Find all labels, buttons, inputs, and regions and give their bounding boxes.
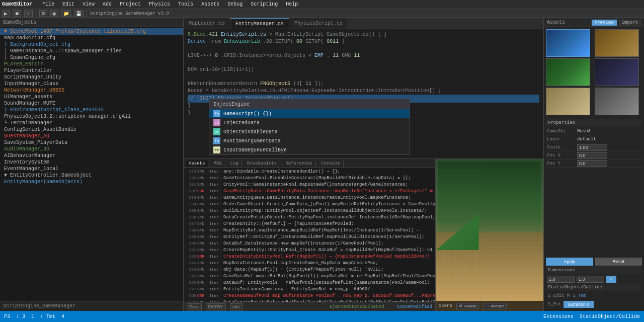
menu-tools[interactable]: Tools	[176, 1, 195, 8]
prop-row: Pos Y	[546, 159, 642, 168]
log-entry-btn[interactable]: ENTRY	[206, 303, 226, 310]
log-num-row: 379SYNIter	[184, 168, 221, 175]
tree-item[interactable]: ├ EnvironmentScript_class_env4545	[0, 107, 183, 113]
log-tab-msg[interactable]: MSG	[210, 160, 225, 167]
tree-item[interactable]: PhysicsObject3.2::scriptenv_manager.cfgA…	[0, 113, 183, 120]
tree-item[interactable]: InputManager_class	[0, 80, 183, 87]
texture-thumb-forest[interactable]	[546, 58, 590, 86]
tree-item[interactable]: SaveSystem_PlayerData	[0, 139, 183, 146]
right-panel-header: Assets Preview Import	[544, 18, 644, 27]
texture-thumb-water[interactable]	[546, 29, 590, 57]
code-line	[188, 73, 539, 80]
menu-assets[interactable]: Assets	[199, 1, 221, 8]
dim-h-input[interactable]	[577, 276, 604, 283]
tree-item[interactable]: MapLoadScript.cfg	[0, 35, 183, 41]
log-line: CreateMapEntity::EntityPool_Create.DataB…	[221, 247, 435, 253]
autocomplete-item[interactable]: pr ObjectBindableData	[209, 127, 410, 136]
log-line: DataCreateEntityObject::EntityMapPool.in…	[221, 214, 435, 220]
apply-btn[interactable]: Apply	[546, 258, 593, 266]
log-line: GameInstancePool.BindableConstruct(MapBu…	[221, 175, 435, 181]
code-line: DOM sn1-30r(LIR(1tr1))	[188, 66, 539, 73]
footer-text: ScriptEngine_GameManager	[3, 303, 75, 309]
menu-help[interactable]: Help	[284, 1, 300, 8]
tree-item[interactable]: PlayerController	[0, 67, 183, 74]
tree-item[interactable]: └ TerrainManager	[0, 120, 183, 126]
left-panel-header: GameObjects	[0, 18, 183, 27]
menu-project[interactable]: Project	[118, 1, 143, 8]
log-tab-console[interactable]: Console	[318, 160, 344, 167]
prop-row: Layer default	[546, 135, 642, 143]
bottom-panels: Assets MSG Log Breakpoints References Co…	[184, 159, 543, 311]
status-tmt: ↑ Tmt	[40, 314, 55, 319]
log-panel: Assets MSG Log Breakpoints References Co…	[184, 159, 435, 311]
posx-input[interactable]	[577, 152, 607, 159]
open-btn[interactable]: 📁	[61, 10, 71, 17]
tab-maploader[interactable]: MapLoader.cs	[184, 18, 230, 29]
menu-physics[interactable]: Physics	[147, 1, 172, 8]
code-line	[188, 59, 539, 66]
autocomplete-item[interactable]: ev InputGameQueueCallBye	[209, 145, 410, 154]
dim-w-input[interactable]	[547, 276, 575, 283]
tree-item[interactable]: InventorySystem	[0, 159, 183, 166]
tab-preview[interactable]: Preview	[592, 20, 617, 26]
menu-scripting[interactable]: Scripting	[249, 1, 280, 8]
tab-import[interactable]: Import	[619, 20, 641, 26]
texture-thumb-dark[interactable]	[595, 58, 639, 86]
record-btn[interactable]: ◉	[50, 10, 58, 17]
log-info-btn[interactable]: Info	[230, 303, 243, 310]
play-btn[interactable]: ▶	[2, 10, 10, 17]
menu-add[interactable]: Add	[101, 1, 114, 8]
status-collide[interactable]: StaticObject/Collide	[580, 314, 640, 319]
menu-view[interactable]: View	[80, 1, 97, 8]
save-btn[interactable]: 💾	[74, 10, 84, 17]
tree-item[interactable]: AudioManager_3D	[0, 146, 183, 152]
tree-item[interactable]: ▼ SceneRoot_1487_Prefab/Instance_tiledat…	[0, 28, 183, 35]
autocomplete-item[interactable]: cl InjectedData	[209, 118, 410, 127]
dim-apply-btn[interactable]: ✓	[606, 276, 616, 283]
scale-input[interactable]	[577, 144, 607, 151]
status-extensions[interactable]: Extensions	[543, 314, 574, 319]
viewport-interact-btn[interactable]: → Interact	[483, 303, 507, 309]
tree-item[interactable]: ▼ EntityController_Gameobject	[0, 172, 183, 179]
texture-thumb-rock[interactable]	[595, 88, 639, 115]
menu-edit[interactable]: Edit	[60, 1, 76, 8]
tree-item[interactable]: QuestManager_AQ	[0, 133, 183, 139]
autocomplete-item[interactable]: fn GameScript() {})	[209, 109, 410, 118]
tree-item[interactable]: ├ BackgroundObject_cfg	[0, 41, 183, 48]
tree-item[interactable]: SoundManager_MUTE	[0, 100, 183, 107]
stop-btn[interactable]: ⏹	[13, 10, 21, 17]
tree-item[interactable]: ScriptManager_Unity	[0, 74, 183, 80]
texture-thumb-terrain[interactable]	[595, 29, 639, 57]
log-error-btn[interactable]: Erro:	[187, 303, 202, 310]
autocomplete-item[interactable]: fn RuntimeArgumentData	[209, 136, 410, 145]
tree-item[interactable]: AIBehaviorManager	[0, 152, 183, 159]
menu-debug[interactable]: Debug	[225, 1, 245, 8]
log-num-row: 382ERRIter	[184, 188, 221, 194]
viewport-background	[436, 159, 543, 311]
log-tab-assets[interactable]: Assets	[186, 160, 208, 167]
right-properties: Properties GameObj Mesh3 Layer default S…	[544, 117, 644, 170]
file-tree[interactable]: ▼ SceneRoot_1487_Prefab/Instance_tiledat…	[0, 27, 183, 301]
tree-item[interactable]: ConfigScript_AssetBundle	[0, 126, 183, 133]
settings-btn[interactable]: ⚙	[39, 10, 47, 17]
menu-file[interactable]: File	[40, 1, 56, 8]
tab-entitymanager[interactable]: EntityManager.cs	[230, 18, 289, 29]
viewport-inverse-btn[interactable]: ↺ Inverse	[456, 303, 479, 309]
summon-btn[interactable]: Summon 4	[564, 301, 594, 308]
tab-physicsscript[interactable]: PhysicsScript.cs	[289, 18, 348, 29]
log-tab-breakpoints[interactable]: Breakpoints	[244, 160, 280, 167]
tree-item[interactable]: │ SpawnEngine_cfg	[0, 54, 183, 61]
log-tab-log[interactable]: Log	[227, 160, 242, 167]
status-arrows: ↕ 3	[16, 314, 25, 319]
tree-item[interactable]: │ GameInstance_A..::spawn_manager.tiles	[0, 48, 183, 54]
reset-btn[interactable]: Reset	[595, 258, 642, 266]
tree-item[interactable]: PLAYER_ENTITY	[0, 61, 183, 67]
log-tab-refs[interactable]: References	[282, 160, 316, 167]
tree-item[interactable]: NetworkManager_UBBID	[0, 87, 183, 94]
tree-item[interactable]: EventManager_local	[0, 166, 183, 172]
tree-item[interactable]: UIManager_assets	[0, 94, 183, 100]
pause-btn[interactable]: ⏸	[24, 10, 33, 17]
texture-thumb-sand[interactable]	[546, 88, 590, 115]
tree-item[interactable]: EntityManager(GameObjects)	[0, 179, 183, 185]
posy-input[interactable]	[577, 160, 607, 167]
